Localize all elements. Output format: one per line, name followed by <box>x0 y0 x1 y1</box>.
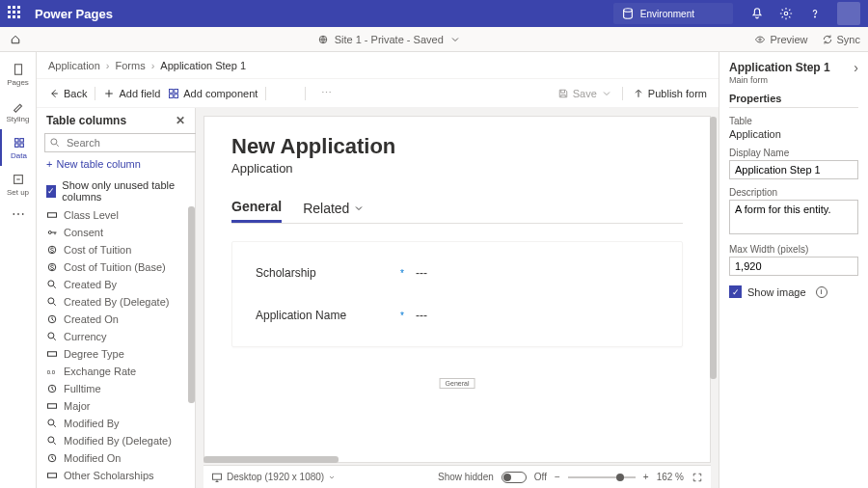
svg-rect-8 <box>14 143 18 147</box>
database-icon <box>621 7 635 20</box>
component-icon <box>168 88 179 99</box>
section-tag[interactable]: General <box>440 378 475 389</box>
form-field[interactable]: Scholarship*--- <box>256 252 659 294</box>
expand-button[interactable]: › <box>854 60 858 75</box>
save-button[interactable]: Save <box>557 88 612 99</box>
column-item[interactable]: Modified By (Delegate) <box>37 432 195 449</box>
toggle-state: Off <box>534 472 547 482</box>
column-label: Modified On <box>64 452 121 464</box>
tab-related[interactable]: Related <box>303 193 365 223</box>
column-item[interactable]: Modified By <box>37 415 195 432</box>
new-column-button[interactable]: +New table column <box>37 152 195 176</box>
zoom-slider[interactable] <box>568 476 636 478</box>
h-scrollbar[interactable] <box>203 456 339 463</box>
svg-point-26 <box>48 333 54 339</box>
zoom-in[interactable]: + <box>643 472 649 482</box>
column-item[interactable]: Created By (Delegate) <box>37 293 195 311</box>
overflow-button[interactable]: ⋯ <box>321 87 332 99</box>
column-type-icon <box>46 435 58 447</box>
help-icon[interactable] <box>808 7 822 20</box>
publish-icon <box>633 88 644 99</box>
svg-point-31 <box>48 420 54 425</box>
form-field[interactable]: Application Name*--- <box>256 294 659 337</box>
show-image-toggle[interactable]: ✓Show imagei <box>729 285 858 298</box>
show-unused-toggle[interactable]: ✓Show only unused table columns <box>37 176 195 206</box>
svg-point-24 <box>48 298 54 304</box>
rail-styling[interactable]: Styling <box>0 93 37 129</box>
column-item[interactable]: Fulltime <box>37 380 195 397</box>
environment-picker[interactable]: Environment <box>613 3 733 24</box>
scrollbar[interactable] <box>188 206 195 403</box>
toolbar: Back Add field Add component ⋯ Save Publ… <box>37 79 719 108</box>
column-item[interactable]: Cost of Tuition (Base) <box>37 258 195 276</box>
column-type-icon <box>46 209 58 221</box>
rail-more[interactable]: ⋯ <box>12 206 25 222</box>
column-type-icon <box>46 227 58 238</box>
column-item[interactable]: Consent <box>37 224 195 241</box>
canvas-footer: Desktop (1920 x 1080) Show hidden Off − … <box>203 465 711 488</box>
scrollbar[interactable] <box>710 117 717 379</box>
column-label: Modified By (Delegate) <box>64 435 172 447</box>
column-type-icon <box>46 418 58 429</box>
crumb-2[interactable]: Forms <box>116 60 146 71</box>
column-item[interactable]: Class Level <box>37 206 195 224</box>
column-type-icon <box>46 296 58 308</box>
rail-setup[interactable]: Set up <box>0 166 37 203</box>
column-item[interactable]: 0.0Exchange Rate <box>37 363 195 380</box>
column-label: Major <box>64 400 91 412</box>
svg-rect-27 <box>48 352 57 357</box>
info-icon[interactable]: i <box>816 286 827 298</box>
maxwidth-input[interactable] <box>729 257 858 276</box>
svg-rect-14 <box>175 94 178 97</box>
fit-icon[interactable] <box>692 472 703 483</box>
show-hidden-toggle[interactable] <box>502 472 527 483</box>
close-panel-button[interactable]: ✕ <box>176 114 185 127</box>
home-icon[interactable] <box>8 34 23 45</box>
add-field-button[interactable]: Add field <box>103 88 160 99</box>
sync-button[interactable]: Sync <box>822 34 860 45</box>
back-button[interactable]: Back <box>48 88 87 99</box>
svg-text:0.0: 0.0 <box>47 369 56 375</box>
column-item[interactable]: Created By <box>37 276 195 293</box>
column-item[interactable]: Modified On <box>37 449 195 467</box>
tab-general[interactable]: General <box>231 193 282 223</box>
zoom-out[interactable]: − <box>555 472 560 482</box>
data-icon <box>13 136 26 149</box>
plus-icon <box>103 88 115 99</box>
svg-rect-6 <box>14 138 18 142</box>
site-picker[interactable]: Site 1 - Private - Saved <box>23 34 754 45</box>
rail-pages[interactable]: Pages <box>0 56 37 93</box>
display-name-input[interactable] <box>729 160 858 179</box>
viewport-picker[interactable]: Desktop (1920 x 1080) <box>211 472 336 483</box>
checkbox-icon: ✓ <box>729 285 742 298</box>
table-columns-panel: Table columns✕ +New table column ✓Show o… <box>37 108 196 488</box>
preview-button[interactable]: Preview <box>754 34 807 45</box>
column-item[interactable]: Other Scholarships <box>37 467 195 484</box>
search-input[interactable] <box>44 133 205 152</box>
gear-icon[interactable] <box>779 7 793 20</box>
avatar[interactable] <box>837 2 860 25</box>
publish-button[interactable]: Publish form <box>633 88 707 99</box>
description-input[interactable] <box>729 200 858 234</box>
arrow-left-icon <box>48 88 60 99</box>
breadcrumb: Application› Forms› Application Step 1 <box>37 52 719 79</box>
column-type-icon <box>46 348 58 360</box>
app-launcher-icon[interactable] <box>8 6 23 21</box>
column-item[interactable]: Major <box>37 397 195 415</box>
column-label: Class Level <box>64 209 119 221</box>
zoom-value: 162 % <box>657 472 684 482</box>
properties-header: Properties <box>729 93 858 108</box>
crumb-1[interactable]: Application <box>48 60 100 71</box>
column-item[interactable]: Created On <box>37 311 195 328</box>
column-label: Created By (Delegate) <box>64 296 169 308</box>
chevron-down-icon <box>328 474 336 481</box>
bell-icon[interactable] <box>750 7 764 20</box>
page-icon <box>12 63 25 76</box>
rail-data[interactable]: Data <box>0 129 37 166</box>
column-item[interactable]: Degree Type <box>37 345 195 363</box>
field-value: --- <box>416 266 427 280</box>
column-item[interactable]: Cost of Tuition <box>37 241 195 258</box>
add-component-button[interactable]: Add component <box>168 88 258 99</box>
column-item[interactable]: Currency <box>37 328 195 345</box>
column-type-icon <box>46 279 58 290</box>
